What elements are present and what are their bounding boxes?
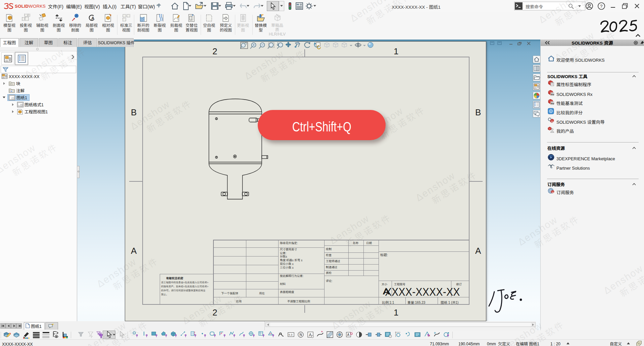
svg-text:SW: SW — [552, 192, 554, 193]
svg-text:SOLIDWORKS: SOLIDWORKS — [15, 4, 46, 9]
svg-text:A: A — [91, 16, 95, 21]
svg-text:SW: SW — [551, 121, 554, 123]
svg-text:A: A — [347, 333, 350, 337]
svg-text:?: ? — [600, 4, 603, 9]
svg-text:0.3: 0.3 — [289, 333, 293, 336]
svg-text:N: N — [300, 333, 302, 337]
svg-text:Rx: Rx — [551, 102, 554, 105]
svg-text:A: A — [10, 90, 12, 92]
svg-text:Rx: Rx — [551, 93, 554, 96]
